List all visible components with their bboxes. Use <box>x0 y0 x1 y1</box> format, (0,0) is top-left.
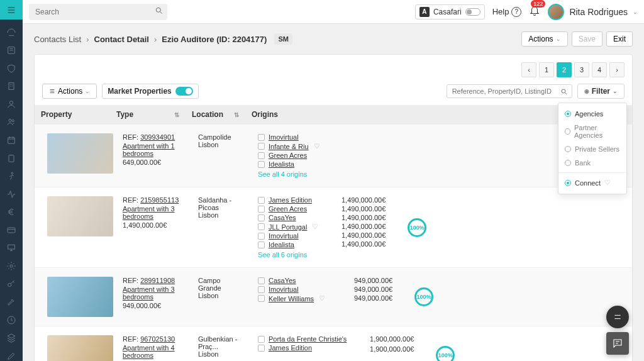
property-thumbnail[interactable] <box>47 335 113 361</box>
col-type[interactable]: Type⇅ <box>110 105 186 124</box>
breadcrumb-contact-detail[interactable]: Contact Detail <box>94 35 149 44</box>
origin-checkbox[interactable] <box>258 336 265 343</box>
origin-checkbox[interactable] <box>258 242 265 248</box>
fab-menu-button[interactable] <box>606 306 629 328</box>
location-area: Saldanha - Picoas <box>198 196 245 211</box>
market-properties-toggle[interactable]: Market Properties <box>102 84 198 99</box>
origin-checkbox[interactable] <box>258 233 265 240</box>
breadcrumb-contacts-list[interactable]: Contacts List <box>34 35 81 44</box>
property-name-link[interactable]: Apartment with 1 bedrooms <box>123 142 186 157</box>
reference-search-input[interactable] <box>452 87 567 95</box>
origin-checkbox[interactable] <box>258 134 265 141</box>
origin-link[interactable]: Imovirtual <box>269 232 299 240</box>
origin-link[interactable]: CasaYes <box>269 277 296 284</box>
table-actions-button[interactable]: Actions ⌄ <box>42 84 97 99</box>
origin-link[interactable]: Green Acres <box>269 205 307 213</box>
search-input[interactable] <box>35 8 150 16</box>
filter-option-private[interactable]: Private Sellers <box>558 142 626 156</box>
property-ref-link[interactable]: 967025130 <box>140 335 175 343</box>
filter-option-partner[interactable]: Partner Agencies <box>558 121 626 142</box>
reference-search[interactable] <box>447 84 572 98</box>
origin-link[interactable]: JLL Portugal <box>269 223 307 231</box>
presentation-icon[interactable] <box>6 243 17 253</box>
origin-checkbox[interactable] <box>258 197 265 204</box>
origin-checkbox[interactable] <box>258 345 265 352</box>
page-4-button[interactable]: 4 <box>592 62 607 77</box>
property-name-link[interactable]: Apartment with 4 bedrooms <box>123 344 186 359</box>
property-ref-link[interactable]: 309934901 <box>140 133 175 141</box>
help-button[interactable]: Help ? <box>492 7 522 17</box>
filter-option-agencies[interactable]: Agencies <box>558 107 626 121</box>
location-city: Lisbon <box>198 141 245 148</box>
property-ref-link[interactable]: 2159855113 <box>140 196 179 204</box>
card-icon[interactable] <box>6 225 17 235</box>
page-2-button[interactable]: 2 <box>557 62 572 77</box>
exit-button[interactable]: Exit <box>606 31 633 47</box>
origin-checkbox[interactable] <box>258 223 265 230</box>
layers-icon[interactable] <box>6 333 17 343</box>
property-name-link[interactable]: Apartment with 3 bedrooms <box>123 205 186 220</box>
origin-checkbox[interactable] <box>258 277 265 284</box>
property-thumbnail[interactable] <box>47 133 113 174</box>
origin-link[interactable]: Imovirtual <box>269 133 299 141</box>
origin-checkbox[interactable] <box>258 206 265 213</box>
key-icon[interactable] <box>6 279 17 289</box>
origin-link[interactable]: Idealista <box>269 241 294 248</box>
origin-link[interactable]: Infante & Riu <box>269 143 309 150</box>
settings-icon[interactable] <box>6 261 17 272</box>
page-next-button[interactable]: › <box>609 62 625 77</box>
hammer-icon[interactable] <box>6 297 17 308</box>
origin-link[interactable]: Imovirtual <box>269 286 299 293</box>
euro-icon[interactable] <box>6 207 17 218</box>
filter-option-connect[interactable]: Connect ♡ <box>558 175 626 190</box>
col-location[interactable]: Location⇅ <box>186 105 245 124</box>
clock-icon[interactable] <box>6 314 17 325</box>
users-icon[interactable] <box>6 117 17 128</box>
filter-option-bank[interactable]: Bank <box>558 156 626 170</box>
toggle-switch[interactable] <box>465 8 480 16</box>
page-3-button[interactable]: 3 <box>574 62 589 77</box>
activity-icon[interactable] <box>6 189 17 199</box>
calendar-icon[interactable] <box>6 135 17 146</box>
clipboard-icon[interactable] <box>6 153 17 164</box>
origin-item: CasaYes <box>258 214 318 221</box>
origin-checkbox[interactable] <box>258 214 265 221</box>
property-thumbnail[interactable] <box>47 196 113 236</box>
origin-checkbox[interactable] <box>258 295 265 302</box>
origin-link[interactable]: CasaYes <box>269 214 296 221</box>
page-prev-button[interactable]: ‹ <box>521 62 536 77</box>
running-icon[interactable] <box>6 171 17 182</box>
notifications-button[interactable]: 122 <box>529 5 540 18</box>
edit-icon[interactable] <box>6 350 17 361</box>
dashboard-icon[interactable] <box>6 27 17 38</box>
origin-link[interactable]: Idealista <box>269 160 294 168</box>
toggle-switch-on[interactable] <box>175 87 193 96</box>
property-thumbnail[interactable] <box>47 277 113 317</box>
chat-button[interactable] <box>606 332 629 355</box>
menu-toggle-button[interactable] <box>0 0 23 19</box>
user-icon[interactable] <box>6 99 17 110</box>
global-search[interactable] <box>29 4 167 20</box>
page-1-button[interactable]: 1 <box>539 62 554 77</box>
actions-dropdown-button[interactable]: Actions ⌄ <box>521 31 567 47</box>
property-ref-link[interactable]: 289911908 <box>140 277 175 284</box>
origin-checkbox[interactable] <box>258 286 265 293</box>
origin-link[interactable]: Keller Williams <box>269 295 314 303</box>
user-menu[interactable]: Rita Rodrigues ⌄ <box>548 4 638 20</box>
origin-checkbox[interactable] <box>258 161 265 168</box>
building-icon[interactable] <box>6 81 17 92</box>
origin-link[interactable]: Porta da Frente Christie's <box>269 335 347 343</box>
filter-button[interactable]: ◉ Filter ⌄ <box>577 84 625 99</box>
origin-link[interactable]: James Edition <box>269 344 312 352</box>
casafari-toggle[interactable]: A Casafari <box>415 4 485 19</box>
origin-link[interactable]: James Edition <box>269 196 312 204</box>
see-all-origins-link[interactable]: See all 4 origins <box>258 170 320 178</box>
see-all-origins-link[interactable]: See all 6 origins <box>258 251 318 258</box>
feed-icon[interactable] <box>6 45 17 56</box>
origin-checkbox[interactable] <box>258 143 265 150</box>
property-name-link[interactable]: Apartment with 3 bedrooms <box>123 286 186 301</box>
origin-checkbox[interactable] <box>258 152 265 159</box>
origin-link[interactable]: Green Acres <box>269 152 307 159</box>
breadcrumb-row: Contacts List › Contact Detail › Ezio Au… <box>23 24 644 54</box>
shield-icon[interactable] <box>6 63 17 74</box>
